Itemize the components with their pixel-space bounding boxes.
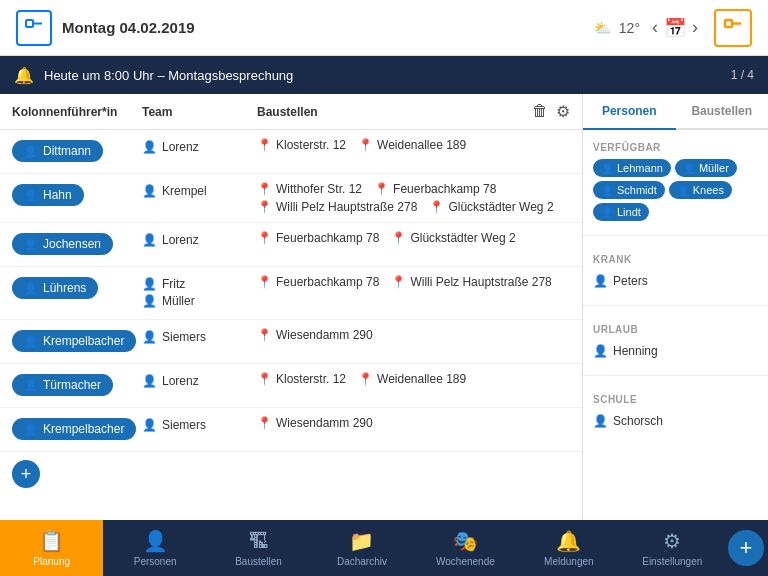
location-tag: 📍Klosterstr. 12 [257, 138, 346, 152]
nav-einstellungen[interactable]: ⚙ Einstellungen [621, 520, 724, 576]
col-kolonnen-header: Kolonnenführer*in [12, 105, 142, 119]
calendar-nav: ‹ 📅 › [652, 17, 698, 39]
person-lehmann[interactable]: 👤Lehmann [593, 159, 671, 177]
nav-wochenende-label: Wochenende [436, 556, 495, 567]
table-panel: Kolonnenführer*in Team Baustellen 🗑 ⚙ 👤 … [0, 94, 583, 520]
table-row: 👤 Lührens 👤Fritz 👤Müller 📍Feuerbachkamp … [0, 267, 582, 320]
notification-bar: 🔔 Heute um 8:00 Uhr – Montagsbesprechung… [0, 56, 768, 94]
person-icon: 👤 [593, 414, 608, 428]
table-row: 👤 Krempelbacher 👤Siemers 📍Wiesendamm 290 [0, 320, 582, 364]
person-knees[interactable]: 👤Knees [669, 181, 732, 199]
location-tag: 📍Klosterstr. 12 [257, 372, 346, 386]
person-henning: 👤 Henning [593, 341, 758, 361]
section-title-urlaub: URLAUB [593, 324, 758, 335]
baustellen-icon: 🏗 [249, 530, 269, 553]
person-icon: 👤 [593, 274, 608, 288]
meldungen-icon: 🔔 [556, 529, 581, 553]
person-peters: 👤 Peters [593, 271, 758, 291]
section-krank: KRANK 👤 Peters [583, 242, 768, 299]
table-row: 👤 Hahn 👤Krempel 📍Witthofer Str. 12 📍Feue… [0, 174, 582, 223]
nav-personen-label: Personen [134, 556, 177, 567]
wochenende-icon: 🎭 [453, 529, 478, 553]
kolonnen-badge[interactable]: 👤 Hahn [12, 184, 84, 206]
section-urlaub: URLAUB 👤 Henning [583, 312, 768, 369]
table-header: Kolonnenführer*in Team Baustellen 🗑 ⚙ [0, 94, 582, 130]
header-date: Montag 04.02.2019 [62, 19, 594, 36]
location-tag: 📍Willi Pelz Hauptstraße 278 [391, 275, 551, 289]
nav-meldungen-label: Meldungen [544, 556, 593, 567]
kolonnen-badge[interactable]: 👤 Dittmann [12, 140, 103, 162]
section-schule: SCHULE 👤 Schorsch [583, 382, 768, 439]
nav-baustellen[interactable]: 🏗 Baustellen [207, 520, 310, 576]
kolonnen-badge[interactable]: 👤 Türmacher [12, 374, 113, 396]
right-tabs: Personen Baustellen [583, 94, 768, 130]
table-actions: 🗑 ⚙ [532, 102, 570, 121]
settings-icon[interactable]: ⚙ [556, 102, 570, 121]
notification-badge: 1 / 4 [731, 68, 754, 82]
kolonnen-badge[interactable]: 👤 Jochensen [12, 233, 113, 255]
person-lindt[interactable]: 👤Lindt [593, 203, 649, 221]
kolonnen-badge[interactable]: 👤 Krempelbacher [12, 418, 136, 440]
bell-icon: 🔔 [14, 66, 34, 85]
nav-baustellen-label: Baustellen [235, 556, 282, 567]
nav-dacharchiv-label: Dacharchiv [337, 556, 387, 567]
location-tag: 📍Feuerbachkamp 78 [257, 275, 379, 289]
nav-add[interactable]: + [724, 520, 768, 576]
location-tag: 📍Feuerbachkamp 78 [374, 182, 496, 196]
svg-rect-0 [26, 20, 33, 27]
app-logo [16, 10, 52, 46]
prev-button[interactable]: ‹ [652, 17, 658, 38]
location-tag: 📍Glückstädter Weg 2 [429, 200, 553, 214]
dacharchiv-icon: 📁 [349, 529, 374, 553]
nav-meldungen[interactable]: 🔔 Meldungen [517, 520, 620, 576]
available-people: 👤Lehmann 👤Müller 👤Schmidt 👤Knees 👤Lindt [593, 159, 758, 221]
nav-einstellungen-label: Einstellungen [642, 556, 702, 567]
section-title-krank: KRANK [593, 254, 758, 265]
tab-baustellen[interactable]: Baustellen [676, 94, 769, 128]
person-icon: 👤 [593, 344, 608, 358]
notification-text: Heute um 8:00 Uhr – Montagsbesprechung [44, 68, 293, 83]
section-title-verfugbar: VERFÜGBAR [593, 142, 758, 153]
table-row: 👤 Dittmann 👤Lorenz 📍Klosterstr. 12 📍Weid… [0, 130, 582, 174]
nav-dacharchiv[interactable]: 📁 Dacharchiv [310, 520, 413, 576]
bottom-nav: 📋 Planung 👤 Personen 🏗 Baustellen 📁 Dach… [0, 520, 768, 576]
location-tag: 📍Weidenallee 189 [358, 372, 466, 386]
location-tag: 📍Feuerbachkamp 78 [257, 231, 379, 245]
col-team-header: Team [142, 105, 257, 119]
table-row: 👤 Krempelbacher 👤Siemers 📍Wiesendamm 290 [0, 408, 582, 452]
calendar-icon[interactable]: 📅 [664, 17, 686, 39]
nav-planung[interactable]: 📋 Planung [0, 520, 103, 576]
section-verfugbar: VERFÜGBAR 👤Lehmann 👤Müller 👤Schmidt 👤Kne… [583, 130, 768, 229]
col-baustellen-header: Baustellen [257, 105, 532, 119]
nav-personen[interactable]: 👤 Personen [103, 520, 206, 576]
svg-rect-2 [725, 20, 732, 27]
location-tag: 📍Witthofer Str. 12 [257, 182, 362, 196]
person-schorsch: 👤 Schorsch [593, 411, 758, 431]
kolonnen-badge[interactable]: 👤 Krempelbacher [12, 330, 136, 352]
delete-icon[interactable]: 🗑 [532, 102, 548, 121]
location-tag: 📍Weidenallee 189 [358, 138, 466, 152]
section-title-schule: SCHULE [593, 394, 758, 405]
next-button[interactable]: › [692, 17, 698, 38]
personen-icon: 👤 [143, 529, 168, 553]
location-tag: 📍Wiesendamm 290 [257, 416, 373, 430]
person-schmidt[interactable]: 👤Schmidt [593, 181, 665, 199]
tab-personen[interactable]: Personen [583, 94, 676, 130]
location-tag: 📍Glückstädter Weg 2 [391, 231, 515, 245]
einstellungen-icon: ⚙ [663, 529, 681, 553]
planung-icon: 📋 [39, 529, 64, 553]
brand-icon [714, 9, 752, 47]
kolonnen-badge[interactable]: 👤 Lührens [12, 277, 98, 299]
person-muller[interactable]: 👤Müller [675, 159, 737, 177]
weather-info: ⛅ 12° [594, 20, 640, 36]
add-row-button[interactable]: + [12, 460, 40, 488]
right-panel: Personen Baustellen VERFÜGBAR 👤Lehmann 👤… [583, 94, 768, 520]
temperature: 12° [619, 20, 640, 36]
nav-planung-label: Planung [33, 556, 70, 567]
nav-wochenende[interactable]: 🎭 Wochenende [414, 520, 517, 576]
table-row: 👤 Türmacher 👤Lorenz 📍Klosterstr. 12 📍Wei… [0, 364, 582, 408]
location-tag: 📍Willi Pelz Hauptstraße 278 [257, 200, 417, 214]
location-tag: 📍Wiesendamm 290 [257, 328, 373, 342]
weather-icon: ⛅ [594, 20, 611, 36]
plus-circle-icon: + [728, 530, 764, 566]
